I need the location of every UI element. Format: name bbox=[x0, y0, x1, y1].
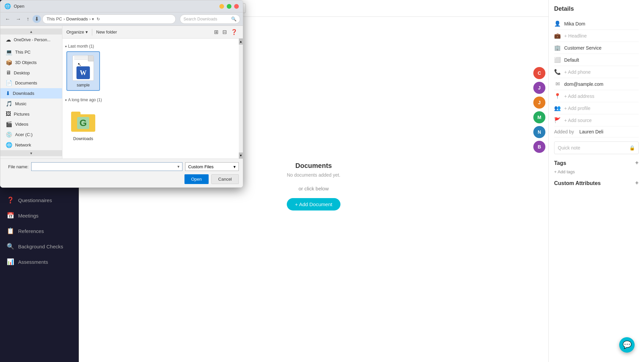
address-bar[interactable]: This PC › Downloads › ▾ ↻ bbox=[42, 14, 176, 24]
avatar-c[interactable]: C bbox=[533, 67, 545, 79]
avatar-j1[interactable]: J bbox=[533, 82, 545, 94]
nav-scroll-up[interactable]: ▲ bbox=[0, 28, 62, 35]
sidebar-item-questionnaires[interactable]: ❓ Questionnaires bbox=[0, 192, 78, 208]
view-split-button[interactable]: ⊟ bbox=[221, 27, 228, 37]
dialog-bottom: File name: ▾ Custom Files ▾ Open Cancel bbox=[0, 159, 243, 187]
chrome-toolbar: ← → ↑ ⬇ This PC › Downloads › ▾ ↻ Search… bbox=[0, 12, 243, 26]
music-icon: 🎵 bbox=[6, 101, 12, 107]
questionnaires-icon: ❓ bbox=[7, 196, 14, 204]
filename-text-input[interactable] bbox=[34, 164, 177, 169]
breadcrumb-refresh[interactable]: ↻ bbox=[97, 17, 100, 21]
help-button[interactable]: ❓ bbox=[229, 27, 239, 37]
filename-input[interactable]: ▾ bbox=[31, 162, 182, 171]
file-name-downloads: Downloads bbox=[73, 136, 93, 141]
open-button[interactable]: Open bbox=[184, 174, 209, 184]
detail-name: 👤 Mika Dom bbox=[554, 18, 639, 30]
thispc-icon: 💻 bbox=[6, 49, 12, 55]
search-bar[interactable]: Search Downloads 🔍 bbox=[180, 14, 240, 24]
nav-scroll-down[interactable]: ▼ bbox=[0, 150, 62, 156]
avatar-m[interactable]: M bbox=[533, 111, 545, 123]
view-grid-button[interactable]: ⊞ bbox=[213, 27, 220, 37]
up-button[interactable]: ↑ bbox=[24, 15, 31, 23]
drag-text: or click below bbox=[287, 186, 340, 191]
right-panel: Details 👤 Mika Dom 💼 + Headline 🏢 Custom… bbox=[548, 0, 644, 362]
file-item-sample[interactable]: ↖ W sample bbox=[66, 51, 100, 91]
chrome-icon: 🌐 bbox=[4, 3, 11, 9]
tags-label: Tags bbox=[554, 160, 566, 166]
detail-address[interactable]: 📍 + Add address bbox=[554, 90, 639, 102]
file-grid: ▾ Last month (1) ↖ W bbox=[62, 39, 243, 159]
back-button[interactable]: ← bbox=[3, 15, 12, 23]
address-icon: 📍 bbox=[554, 93, 561, 99]
pipeline-icon: ⬜ bbox=[554, 57, 561, 63]
nav-music[interactable]: 🎵 Music bbox=[0, 99, 62, 109]
avatar-strip: C J J M N B bbox=[532, 0, 547, 362]
detail-profile[interactable]: 👥 + Add profile bbox=[554, 102, 639, 114]
nav-downloads[interactable]: ⬇ Downloads bbox=[0, 88, 62, 99]
nav-onedrive[interactable]: ☁ OneDrive - Person... bbox=[0, 35, 62, 45]
detail-headline[interactable]: 💼 + Headline bbox=[554, 30, 639, 42]
organize-button[interactable]: Organize ▾ bbox=[66, 29, 88, 35]
empty-subtext: No documents added yet. bbox=[287, 172, 340, 178]
desktop-icon: 🖥 bbox=[6, 70, 11, 76]
breadcrumb-downloads: Downloads bbox=[66, 16, 88, 21]
chat-bubble[interactable]: 💬 bbox=[619, 337, 635, 353]
add-custom-attr-button[interactable]: + bbox=[635, 180, 639, 187]
nav-acerc[interactable]: 💿 Acer (C:) bbox=[0, 129, 62, 140]
downloads-nav-breadcrumb[interactable]: ⬇ bbox=[33, 15, 41, 23]
breadcrumb-expand[interactable]: ▾ bbox=[92, 17, 94, 21]
nav-videos[interactable]: 🎬 Videos bbox=[0, 119, 62, 129]
minimize-button[interactable]: − bbox=[219, 4, 224, 9]
add-tags-text[interactable]: + Add tags bbox=[554, 169, 639, 174]
nav-network[interactable]: 🌐 Network bbox=[0, 140, 62, 150]
tags-section: Tags + + Add tags bbox=[554, 160, 639, 174]
close-button[interactable]: ✕ bbox=[234, 4, 239, 9]
file-open-dialog: 🌐 Open − □ ✕ ← → ↑ ⬇ This PC › Downloads… bbox=[0, 0, 243, 188]
new-folder-button[interactable]: New folder bbox=[96, 29, 117, 35]
sidebar-item-background-checks[interactable]: 🔍 Background Checks bbox=[0, 239, 78, 254]
file-scrollbar[interactable]: ▲ ▼ bbox=[239, 39, 243, 159]
dialog-body: ▲ ☁ OneDrive - Person... 💻 This PC 📦 3D … bbox=[0, 26, 243, 159]
detail-source[interactable]: 🚩 + Add source bbox=[554, 114, 639, 126]
empty-heading: Documents bbox=[287, 162, 340, 170]
date-group-last-month: ▾ Last month (1) bbox=[65, 44, 240, 49]
filename-row: File name: ▾ Custom Files ▾ bbox=[4, 162, 239, 171]
documents-icon: 📄 bbox=[6, 80, 12, 86]
cancel-button[interactable]: Cancel bbox=[211, 174, 239, 184]
folder-thumbnail: G bbox=[71, 112, 95, 132]
nav-3dobjects[interactable]: 📦 3D Objects bbox=[0, 57, 62, 68]
source-icon: 🚩 bbox=[554, 117, 561, 123]
videos-icon: 🎬 bbox=[6, 121, 12, 127]
quick-note[interactable]: Quick note 🔒 bbox=[554, 141, 639, 154]
downloads-icon: ⬇ bbox=[6, 90, 10, 97]
nav-documents[interactable]: 📄 Documents bbox=[0, 78, 62, 88]
detail-added-by: Added by Lauren Deli bbox=[554, 126, 639, 137]
file-row-old: G Downloads bbox=[65, 104, 240, 146]
search-icon: 🔍 bbox=[231, 16, 236, 21]
background-checks-icon: 🔍 bbox=[7, 243, 14, 250]
maximize-button[interactable]: □ bbox=[227, 4, 231, 9]
word-doc-thumbnail: ↖ W bbox=[72, 55, 94, 81]
nav-pictures[interactable]: 🖼 Pictures bbox=[0, 109, 62, 119]
search-placeholder: Search Downloads bbox=[183, 17, 217, 21]
3dobjects-icon: 📦 bbox=[6, 59, 12, 66]
filetype-select[interactable]: Custom Files ▾ bbox=[185, 162, 239, 171]
view-icons: ⊞ ⊟ ❓ bbox=[213, 27, 239, 37]
forward-button[interactable]: → bbox=[14, 15, 23, 23]
sidebar-item-meetings[interactable]: 📅 Meetings bbox=[0, 208, 78, 223]
nav-thispc[interactable]: 💻 This PC bbox=[0, 47, 62, 57]
filename-label: File name: bbox=[4, 164, 29, 169]
nav-desktop[interactable]: 🖥 Desktop bbox=[0, 68, 62, 78]
file-item-downloads-folder[interactable]: G Downloads bbox=[66, 105, 100, 144]
detail-phone[interactable]: 📞 + Add phone bbox=[554, 66, 639, 78]
avatar-n[interactable]: N bbox=[533, 126, 545, 138]
add-tag-button[interactable]: + bbox=[635, 160, 639, 167]
sidebar-item-assessments[interactable]: 📊 Assessments bbox=[0, 254, 78, 269]
references-icon: 📋 bbox=[7, 227, 14, 235]
filename-dropdown-button[interactable]: ▾ bbox=[177, 164, 179, 169]
chrome-titlebar: 🌐 Open − □ ✕ bbox=[0, 0, 243, 12]
avatar-b[interactable]: B bbox=[533, 141, 545, 153]
sidebar-item-references[interactable]: 📋 References bbox=[0, 223, 78, 239]
avatar-j2[interactable]: J bbox=[533, 97, 545, 109]
add-document-button[interactable]: + Add Document bbox=[287, 198, 340, 210]
